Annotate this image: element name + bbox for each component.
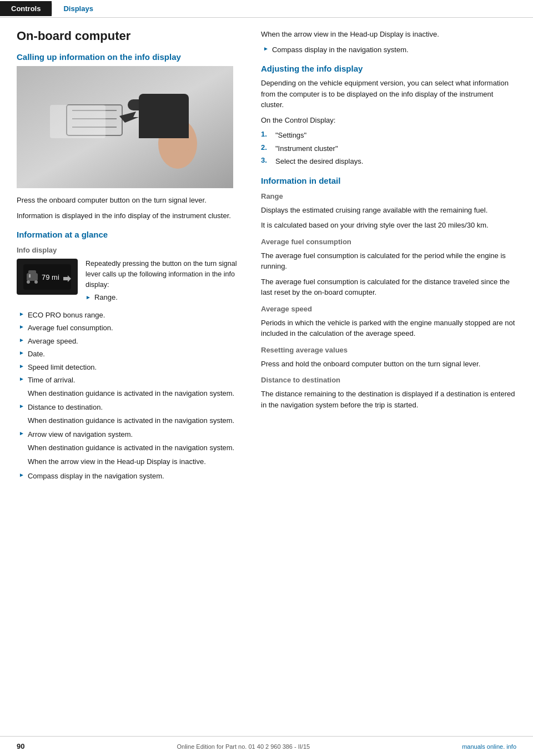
left-column: On-board computer Calling up information…	[0, 29, 250, 483]
list-item-compass: ► Compass display in the navigation syst…	[17, 471, 239, 482]
numbered-list: 1. "Settings" 2. "Instrument cluster" 3.…	[261, 130, 516, 167]
footer-center-text: Online Edition for Part no. 01 40 2 960 …	[177, 743, 310, 750]
svg-text:79 mi: 79 mi	[42, 273, 59, 281]
list-item-avg-fuel: ► Average fuel consumption.	[17, 322, 239, 334]
bullet-text-eco: ECO PRO bonus range.	[28, 310, 105, 321]
subsection-heading-info-display: Info display	[17, 246, 239, 254]
display-svg: 79 mi	[22, 263, 72, 291]
svg-rect-10	[167, 138, 172, 155]
svg-rect-1	[17, 66, 233, 188]
list-item-eco: ► ECO PRO bonus range.	[17, 310, 239, 321]
subsection-heading-dist-dest: Distance to destination	[261, 376, 516, 384]
num-label-1: 1.	[261, 130, 272, 141]
svg-rect-13	[188, 135, 193, 152]
numbered-item-1: 1. "Settings"	[261, 130, 516, 141]
bullet-text-avg-speed: Average speed.	[28, 336, 78, 347]
bullet-text-avg-fuel: Average fuel consumption.	[28, 322, 113, 334]
subsection-heading-avg-fuel: Average fuel consumption	[261, 238, 516, 246]
bullet-list-compass: ► Compass display in the navigation syst…	[17, 471, 239, 482]
info-display-text: Repeatedly pressing the button on the tu…	[86, 259, 239, 303]
car-image-inner	[17, 66, 233, 188]
avg-fuel-desc1: The average fuel consumption is calculat…	[261, 250, 516, 272]
list-item-compass-right: ► Compass display in the navigation syst…	[261, 44, 516, 56]
avg-speed-desc: Periods in which the vehicle is parked w…	[261, 317, 516, 339]
num-text-3: Select the desired displays.	[275, 156, 363, 167]
adj-desc: Depending on the vehicle equipment versi…	[261, 78, 516, 110]
list-item-arrow-view: ► Arrow view of navigation system.	[17, 429, 239, 440]
right-column: When the arrow view in the Head-up Displ…	[250, 29, 533, 483]
section-heading-calling: Calling up information on the info displ…	[17, 52, 239, 62]
display-desc: Repeatedly pressing the button on the tu…	[86, 260, 237, 289]
on-control-display: On the Control Display:	[261, 115, 516, 126]
svg-rect-16	[28, 270, 36, 275]
bullet-list-2: ► Distance to destination.	[17, 402, 239, 413]
numbered-item-2: 2. "Instrument cluster"	[261, 143, 516, 154]
info-text: Information is displayed in the info dis…	[17, 210, 239, 221]
tab-displays[interactable]: Displays	[52, 1, 104, 16]
bullet-arrow-avg-speed: ►	[19, 337, 24, 343]
bullet-text-distance: Distance to destination.	[28, 402, 103, 413]
bullet-text-arrow-view: Arrow view of navigation system.	[28, 429, 133, 440]
time-of-arrival-sub: When destination guidance is activated i…	[28, 388, 239, 399]
press-text: Press the onboard computer button on the…	[17, 195, 239, 206]
bullet-arrow-distance: ►	[19, 403, 24, 409]
bullet-arrow-compass-right: ►	[263, 46, 269, 52]
right-compass-list: ► Compass display in the navigation syst…	[261, 44, 516, 56]
bullet-list-3: ► Arrow view of navigation system.	[17, 429, 239, 440]
num-label-2: 2.	[261, 143, 272, 154]
bullet-text-speed-limit: Speed limit detection.	[28, 362, 97, 373]
footer: 90 Online Edition for Part no. 01 40 2 9…	[0, 736, 533, 756]
list-item-date: ► Date.	[17, 349, 239, 360]
bullet-arrow-range: ►	[86, 293, 91, 301]
info-display-box: 79 mi	[17, 259, 78, 295]
bullet-arrow-avg-fuel: ►	[19, 324, 24, 330]
svg-rect-3	[167, 94, 183, 116]
tab-controls[interactable]: Controls	[0, 1, 52, 16]
svg-point-18	[34, 280, 38, 284]
section-heading-adjusting: Adjusting the info display	[261, 64, 516, 73]
range-desc1: Displays the estimated cruising range av…	[261, 205, 516, 216]
car-image	[17, 66, 233, 188]
bullet-arrow-speed-limit: ►	[19, 363, 24, 369]
bullet-arrow-arrow-view: ►	[19, 430, 24, 436]
subsection-heading-range: Range	[261, 192, 516, 200]
top-navigation: Controls Displays	[0, 0, 533, 18]
svg-rect-12	[181, 133, 187, 152]
svg-rect-19	[29, 274, 31, 278]
numbered-item-3: 3. Select the desired displays.	[261, 156, 516, 167]
reset-avg-desc: Press and hold the onboard computer butt…	[261, 359, 516, 370]
list-item-time-arrival: ► Time of arrival.	[17, 375, 239, 386]
num-text-2: "Instrument cluster"	[275, 143, 338, 154]
info-display-container: 79 mi Repeatedly pressing the button on …	[17, 259, 239, 303]
num-label-3: 3.	[261, 156, 272, 167]
svg-rect-2	[128, 99, 172, 110]
bullet-text-time-arrival: Time of arrival.	[28, 375, 75, 386]
section-heading-glance: Information at a glance	[17, 230, 239, 239]
svg-point-17	[27, 280, 30, 284]
section-heading-detail: Information in detail	[261, 176, 516, 185]
footer-page-number: 90	[17, 742, 24, 750]
svg-rect-11	[174, 133, 179, 152]
list-item-speed-limit: ► Speed limit detection.	[17, 362, 239, 373]
bullet-text-date: Date.	[28, 349, 45, 360]
bullet-list: ► ECO PRO bonus range. ► Average fuel co…	[17, 310, 239, 386]
main-content: On-board computer Calling up information…	[0, 18, 533, 506]
arrow-view-sub2: When the arrow view in the Head-up Displ…	[28, 456, 239, 467]
avg-fuel-desc2: The average fuel consumption is calculat…	[261, 276, 516, 298]
footer-right-text: manuals online. info	[462, 743, 516, 750]
bullet-arrow-time-arrival: ►	[19, 376, 24, 382]
range-desc2: It is calculated based on your driving s…	[261, 220, 516, 231]
bullet-text-compass-right: Compass display in the navigation system…	[272, 44, 409, 56]
arrow-view-sub: When destination guidance is activated i…	[28, 442, 239, 453]
subsection-heading-avg-speed: Average speed	[261, 305, 516, 313]
list-item-distance: ► Distance to destination.	[17, 402, 239, 413]
bullet-text-compass: Compass display in the navigation system…	[28, 471, 164, 482]
arrow-inactive-text: When the arrow view in the Head-up Displ…	[261, 29, 516, 40]
subsection-heading-reset: Resetting average values	[261, 346, 516, 354]
bullet-arrow-date: ►	[19, 350, 24, 356]
dist-dest-desc: The distance remaining to the destinatio…	[261, 389, 516, 410]
list-item-avg-speed: ► Average speed.	[17, 336, 239, 347]
distance-sub: When destination guidance is activated i…	[28, 415, 239, 426]
display-sub-bullet: Range.	[94, 292, 118, 303]
num-text-1: "Settings"	[275, 130, 306, 141]
